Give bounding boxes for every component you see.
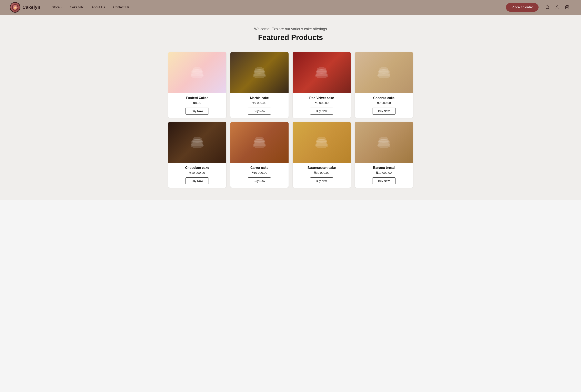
svg-point-46 [379, 137, 388, 140]
nav-cake-talk[interactable]: Cake talk [66, 4, 87, 11]
buy-now-button-chocolate[interactable]: Buy Now [185, 178, 209, 184]
buy-now-button-butterscotch[interactable]: Buy Now [310, 178, 333, 184]
product-image-funfetti [168, 52, 226, 93]
product-info-marble: Marble cake₦9 000.00Buy Now [230, 93, 289, 118]
product-image-marble [230, 52, 289, 93]
nav-about-us[interactable]: About Us [88, 4, 108, 11]
product-info-butterscotch: Butterscotch cake₦10 000.00Buy Now [293, 163, 351, 188]
search-button[interactable] [544, 3, 552, 12]
chevron-down-icon: ▾ [60, 6, 62, 9]
logo-icon: 🎂 [10, 3, 20, 12]
product-name-butterscotch: Butterscotch cake [308, 166, 336, 170]
product-card-chocolate: Chocolate cake₦10 000.00Buy Now [168, 122, 226, 188]
product-price-coconut: ₦9 000.00 [377, 101, 391, 105]
buy-now-button-marble[interactable]: Buy Now [248, 108, 271, 114]
buy-now-button-redvelvet[interactable]: Buy Now [310, 108, 333, 114]
product-name-redvelvet: Red Velvet cake [309, 96, 334, 100]
hero-section: Welcome! Explore our various cake offeri… [0, 15, 581, 48]
product-name-carrot: Carrot cake [250, 166, 268, 170]
product-card-marble: Marble cake₦9 000.00Buy Now [230, 52, 289, 118]
product-price-funfetti: ₦0.00 [193, 101, 201, 105]
product-price-chocolate: ₦10 000.00 [189, 171, 205, 174]
account-button[interactable] [553, 3, 562, 12]
svg-point-36 [255, 137, 264, 140]
buy-now-button-banana[interactable]: Buy Now [372, 178, 396, 184]
product-info-funfetti: Funfetti Cakes₦0.00Buy Now [168, 93, 226, 118]
product-card-carrot: Carrot cake₦10 000.00Buy Now [230, 122, 289, 188]
product-card-redvelvet: Red Velvet cake₦9 000.00Buy Now [293, 52, 351, 118]
product-info-chocolate: Chocolate cake₦10 000.00Buy Now [168, 163, 226, 188]
svg-point-3 [546, 6, 549, 9]
svg-point-26 [379, 67, 388, 70]
product-price-butterscotch: ₦10 000.00 [314, 171, 330, 174]
product-image-carrot [230, 122, 289, 163]
product-image-banana [355, 122, 413, 163]
product-name-chocolate: Chocolate cake [185, 166, 209, 170]
nav-links: Store ▾ Cake talk About Us Contact Us [48, 4, 506, 11]
buy-now-button-carrot[interactable]: Buy Now [248, 178, 271, 184]
navbar: 🎂 Cakelyn Store ▾ Cake talk About Us Con… [0, 0, 581, 15]
buy-now-button-coconut[interactable]: Buy Now [372, 108, 396, 114]
product-image-coconut [355, 52, 413, 93]
svg-text:🎂: 🎂 [13, 6, 17, 9]
product-name-marble: Marble cake [250, 96, 269, 100]
svg-point-5 [557, 6, 558, 7]
product-card-funfetti: Funfetti Cakes₦0.00Buy Now [168, 52, 226, 118]
product-name-coconut: Coconut cake [373, 96, 395, 100]
product-price-redvelvet: ₦9 000.00 [315, 101, 329, 105]
nav-actions: Place an order [506, 3, 571, 12]
buy-now-button-funfetti[interactable]: Buy Now [185, 108, 209, 114]
product-info-banana: Banana bread₦12 000.00Buy Now [355, 163, 413, 188]
cart-icon [565, 5, 569, 10]
svg-point-11 [193, 67, 202, 70]
brand-name: Cakelyn [22, 5, 40, 10]
search-icon [545, 5, 550, 10]
product-price-marble: ₦9 000.00 [252, 101, 266, 105]
products-section: Funfetti Cakes₦0.00Buy Now Marble cake₦9… [0, 48, 581, 200]
svg-point-16 [255, 67, 264, 70]
product-name-banana: Banana bread [373, 166, 395, 170]
product-card-butterscotch: Butterscotch cake₦10 000.00Buy Now [293, 122, 351, 188]
logo-link[interactable]: 🎂 Cakelyn [10, 2, 40, 13]
product-card-coconut: Coconut cake₦9 000.00Buy Now [355, 52, 413, 118]
svg-line-4 [548, 8, 549, 9]
svg-point-21 [317, 67, 326, 70]
cart-button[interactable] [563, 3, 571, 12]
place-order-button[interactable]: Place an order [506, 3, 539, 12]
nav-store[interactable]: Store ▾ [48, 4, 65, 11]
hero-subtitle: Welcome! Explore our various cake offeri… [4, 27, 577, 31]
product-info-redvelvet: Red Velvet cake₦9 000.00Buy Now [293, 93, 351, 118]
product-info-coconut: Coconut cake₦9 000.00Buy Now [355, 93, 413, 118]
product-image-butterscotch [293, 122, 351, 163]
products-grid: Funfetti Cakes₦0.00Buy Now Marble cake₦9… [168, 52, 413, 188]
product-info-carrot: Carrot cake₦10 000.00Buy Now [230, 163, 289, 188]
product-image-chocolate [168, 122, 226, 163]
product-name-funfetti: Funfetti Cakes [186, 96, 208, 100]
product-price-carrot: ₦10 000.00 [252, 171, 267, 174]
nav-contact-us[interactable]: Contact Us [110, 4, 133, 11]
product-price-banana: ₦12 000.00 [376, 171, 392, 174]
product-image-redvelvet [293, 52, 351, 93]
svg-point-41 [317, 137, 326, 140]
product-card-banana: Banana bread₦12 000.00Buy Now [355, 122, 413, 188]
svg-point-31 [193, 137, 202, 140]
logo-circle: 🎂 [10, 2, 20, 13]
hero-title: Featured Products [4, 33, 577, 42]
user-icon [555, 5, 560, 10]
